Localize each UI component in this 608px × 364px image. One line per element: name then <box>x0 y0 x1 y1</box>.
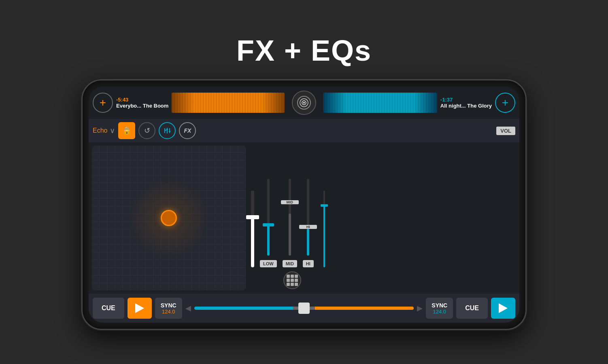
deck-left: -5:43 Everybo... The Boom <box>113 93 288 113</box>
vol-label: VOL <box>496 127 515 135</box>
lock-button[interactable]: 🔒 <box>118 122 135 139</box>
sync-left-label: SYNC <box>161 302 176 309</box>
mid-label: MID <box>283 260 297 267</box>
grid-btn-area <box>283 271 517 294</box>
main-fader-fill <box>251 218 254 268</box>
mid-fader-handle[interactable]: MID <box>281 200 299 204</box>
hi-fader-container[interactable]: HI HI <box>303 179 314 267</box>
center-logo[interactable] <box>292 91 316 115</box>
add-left-button[interactable]: + <box>93 93 113 113</box>
low-fader-track <box>267 179 270 256</box>
crossfader-arrow-left-icon: ◀ <box>185 304 191 313</box>
crossfader-container: ◀ ▶ <box>185 304 423 313</box>
reset-icon: ↺ <box>144 126 150 135</box>
sync-right-label: SYNC <box>432 302 447 309</box>
vol-fader-track <box>323 190 325 267</box>
equalizer-icon <box>163 127 171 135</box>
fx-name-button[interactable]: Echo ∨ <box>93 126 115 135</box>
add-right-icon: + <box>502 96 508 109</box>
low-fader-container[interactable]: LOW <box>260 179 277 267</box>
top-bar: + -5:43 Everybo... The Boom <box>89 87 519 119</box>
cue-right-button[interactable]: CUE <box>456 298 488 319</box>
fx-button[interactable]: FX <box>179 122 196 139</box>
add-right-button[interactable]: + <box>495 93 515 113</box>
hi-fader-handle[interactable]: HI <box>299 225 317 229</box>
main-fader-track <box>251 190 254 267</box>
deck-left-time: -5:43 <box>116 97 168 103</box>
fx-label: FX <box>184 127 191 134</box>
fx-dropdown-icon: ∨ <box>110 126 115 135</box>
fx-pad[interactable] <box>92 146 246 290</box>
mid-fader-track: MID <box>289 179 291 256</box>
bottom-bar: CUE SYNC 124.0 ◀ ▶ SYNC 124.0 CUE <box>89 294 519 323</box>
crossfader-main-fader[interactable] <box>251 190 254 267</box>
play-right-icon <box>499 303 508 313</box>
deck-left-info: -5:43 Everybo... The Boom <box>116 97 168 109</box>
play-left-button[interactable] <box>128 298 152 319</box>
crossfader-handle[interactable] <box>298 303 310 314</box>
sync-right-bpm: 124.0 <box>433 309 446 315</box>
device-screen: + -5:43 Everybo... The Boom <box>89 87 519 323</box>
crossfader-arrow-right-icon: ▶ <box>417 304 423 313</box>
waveform-right[interactable] <box>323 93 437 113</box>
fx-name-label: Echo <box>93 127 107 134</box>
controls-bar: Echo ∨ 🔒 ↺ FX <box>89 119 519 142</box>
play-right-button[interactable] <box>491 298 515 319</box>
vol-fader-container[interactable] <box>323 190 325 267</box>
page-title: FX + EQs <box>236 34 372 67</box>
deck-right-track: All night... The Glory <box>440 103 492 109</box>
lock-icon: 🔒 <box>122 126 131 135</box>
sync-right-button[interactable]: SYNC 124.0 <box>426 298 453 319</box>
logo-icon <box>297 95 311 110</box>
add-left-icon: + <box>100 96 106 109</box>
mid-fader-fill <box>289 214 291 256</box>
sync-left-bpm: 124.0 <box>162 309 175 315</box>
sync-left-button[interactable]: SYNC 124.0 <box>155 298 182 319</box>
grid-icon <box>287 275 298 286</box>
deck-left-track: Everybo... The Boom <box>116 103 168 109</box>
deck-right-info: -1:37 All night... The Glory <box>440 97 492 109</box>
device-wrapper: + -5:43 Everybo... The Boom <box>81 79 527 330</box>
play-left-icon <box>135 303 144 313</box>
cue-left-button[interactable]: CUE <box>93 298 124 319</box>
vol-fader-handle[interactable] <box>321 204 328 207</box>
deck-right-time: -1:37 <box>440 97 492 103</box>
hi-fader-track: HI <box>307 179 309 256</box>
grid-button[interactable] <box>283 271 301 289</box>
mixer-panel: LOW MID MID HI HI <box>249 142 519 294</box>
main-fader-handle[interactable] <box>246 215 259 219</box>
low-label: LOW <box>260 260 277 267</box>
svg-point-3 <box>303 102 305 104</box>
waveform-left[interactable] <box>172 93 285 113</box>
deck-right: -1:37 All night... The Glory <box>320 93 495 113</box>
equalizer-button[interactable] <box>159 122 176 139</box>
low-fader-handle[interactable] <box>263 223 274 226</box>
mid-fader-container[interactable]: MID MID <box>283 179 297 267</box>
crossfader-track[interactable] <box>194 307 414 310</box>
fx-pad-dot[interactable] <box>161 210 177 226</box>
low-fader-fill <box>267 225 270 256</box>
main-area: LOW MID MID HI HI <box>89 142 519 294</box>
reset-button[interactable]: ↺ <box>138 122 155 139</box>
faders-area: LOW MID MID HI HI <box>251 144 517 271</box>
hi-label: HI <box>303 260 314 267</box>
vol-fader-fill <box>323 206 325 267</box>
